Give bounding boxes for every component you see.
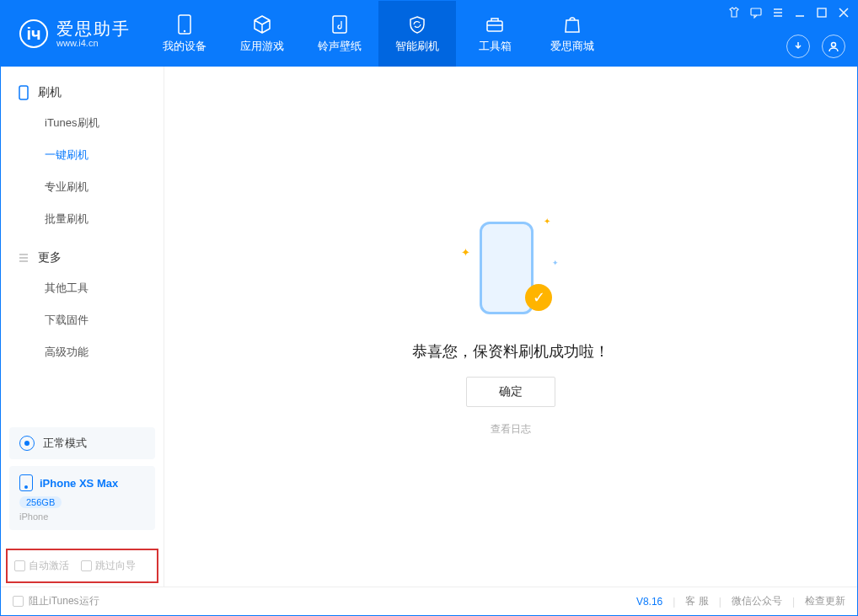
header: iч 爱思助手 www.i4.cn 我的设备 应用游戏 铃声壁纸 智能刷机 bbox=[1, 1, 857, 67]
user-icon[interactable] bbox=[822, 35, 845, 58]
list-icon bbox=[18, 252, 29, 264]
nav-label: 铃声壁纸 bbox=[318, 39, 362, 54]
phone-icon bbox=[174, 13, 196, 35]
checkbox-icon bbox=[81, 560, 92, 571]
svg-rect-3 bbox=[487, 21, 502, 31]
divider: | bbox=[673, 596, 675, 608]
footer: 阻止iTunes运行 V8.16 | 客 服 | 微信公众号 | 检查更新 bbox=[1, 587, 857, 615]
highlight-options: 自动激活 跳过向导 bbox=[6, 549, 158, 583]
download-icon[interactable] bbox=[786, 35, 810, 58]
app-name: 爱思助手 bbox=[56, 19, 131, 38]
device-name-row: iPhone XS Max bbox=[19, 474, 118, 491]
svg-rect-2 bbox=[333, 16, 346, 33]
logo-text: 爱思助手 www.i4.cn bbox=[56, 19, 131, 48]
nav-label: 工具箱 bbox=[479, 39, 512, 54]
block-itunes-checkbox[interactable]: 阻止iTunes运行 bbox=[13, 594, 99, 608]
menu-icon[interactable] bbox=[771, 6, 785, 19]
svg-point-1 bbox=[184, 30, 185, 32]
sidebar-item-batch-flash[interactable]: 批量刷机 bbox=[1, 203, 164, 235]
nav-toolbox[interactable]: 工具箱 bbox=[456, 1, 534, 67]
window-controls bbox=[727, 6, 850, 19]
ok-button[interactable]: 确定 bbox=[466, 377, 555, 407]
success-message: 恭喜您，保资料刷机成功啦！ bbox=[412, 341, 609, 362]
divider: | bbox=[719, 596, 721, 608]
maximize-icon[interactable] bbox=[815, 6, 829, 19]
phone-small-icon bbox=[19, 474, 33, 491]
check-badge-icon: ✓ bbox=[525, 284, 552, 311]
mode-icon bbox=[19, 436, 35, 451]
device-type: iPhone bbox=[19, 512, 48, 522]
svg-rect-5 bbox=[818, 8, 826, 17]
app-window: iч 爱思助手 www.i4.cn 我的设备 应用游戏 铃声壁纸 智能刷机 bbox=[0, 0, 858, 616]
group-label: 刷机 bbox=[38, 85, 62, 100]
sidebar: 刷机 iTunes刷机 一键刷机 专业刷机 批量刷机 更多 其他工具 下载固件 … bbox=[1, 67, 164, 587]
svg-rect-7 bbox=[19, 86, 28, 99]
nav-label: 我的设备 bbox=[163, 39, 206, 54]
sidebar-group-flash[interactable]: 刷机 bbox=[1, 78, 164, 107]
nav-flash[interactable]: 智能刷机 bbox=[378, 1, 456, 67]
sidebar-group-more[interactable]: 更多 bbox=[1, 244, 164, 272]
shopping-bag-icon bbox=[561, 13, 583, 35]
logo-area: iч 爱思助手 www.i4.cn bbox=[1, 1, 146, 67]
toolbox-icon bbox=[484, 13, 506, 35]
nav-store[interactable]: 爱思商城 bbox=[534, 1, 611, 67]
opt-label: 自动激活 bbox=[29, 559, 69, 573]
opt-label: 跳过向导 bbox=[95, 559, 136, 573]
sidebar-item-oneclick-flash[interactable]: 一键刷机 bbox=[1, 139, 164, 171]
app-url: www.i4.cn bbox=[56, 38, 131, 48]
sparkle-icon: ✦ bbox=[544, 217, 550, 226]
top-nav: 我的设备 应用游戏 铃声壁纸 智能刷机 工具箱 爱思商城 bbox=[146, 1, 611, 67]
sidebar-item-download-firmware[interactable]: 下载固件 bbox=[1, 304, 164, 336]
header-right bbox=[786, 35, 845, 58]
body: 刷机 iTunes刷机 一键刷机 专业刷机 批量刷机 更多 其他工具 下载固件 … bbox=[1, 67, 857, 587]
sparkle-icon: ✦ bbox=[461, 246, 470, 259]
nav-label: 应用游戏 bbox=[240, 39, 284, 54]
svg-rect-4 bbox=[751, 8, 761, 15]
sidebar-content: 刷机 iTunes刷机 一键刷机 专业刷机 批量刷机 更多 其他工具 下载固件 … bbox=[1, 67, 164, 419]
feedback-icon[interactable] bbox=[749, 6, 763, 19]
cube-icon bbox=[251, 13, 273, 35]
storage-badge: 256GB bbox=[19, 496, 62, 508]
checkbox-icon bbox=[14, 560, 25, 571]
group-label: 更多 bbox=[38, 250, 62, 265]
sidebar-item-pro-flash[interactable]: 专业刷机 bbox=[1, 171, 164, 203]
nav-ringtones[interactable]: 铃声壁纸 bbox=[301, 1, 378, 67]
sidebar-item-itunes-flash[interactable]: iTunes刷机 bbox=[1, 107, 164, 139]
sidebar-item-other-tools[interactable]: 其他工具 bbox=[1, 272, 164, 304]
refresh-shield-icon bbox=[406, 13, 428, 35]
checkbox-icon bbox=[13, 596, 24, 607]
device-card[interactable]: iPhone XS Max 256GB iPhone bbox=[9, 466, 155, 530]
version-label: V8.16 bbox=[636, 596, 662, 608]
sparkle-icon: ✦ bbox=[552, 259, 559, 267]
mode-card[interactable]: 正常模式 bbox=[9, 427, 155, 459]
block-itunes-label: 阻止iTunes运行 bbox=[29, 594, 99, 608]
close-icon[interactable] bbox=[837, 6, 850, 19]
opt-skip-guide[interactable]: 跳过向导 bbox=[81, 559, 136, 573]
svg-point-6 bbox=[832, 43, 836, 47]
support-link[interactable]: 客 服 bbox=[685, 594, 708, 608]
nav-apps[interactable]: 应用游戏 bbox=[223, 1, 301, 67]
success-illustration: ✦ ✦ ✦ ✓ bbox=[464, 217, 557, 326]
update-link[interactable]: 检查更新 bbox=[805, 594, 845, 608]
logo-icon: iч bbox=[19, 19, 48, 48]
wechat-link[interactable]: 微信公众号 bbox=[732, 594, 782, 608]
shirt-icon[interactable] bbox=[727, 6, 741, 19]
footer-right: V8.16 | 客 服 | 微信公众号 | 检查更新 bbox=[636, 594, 845, 608]
device-name: iPhone XS Max bbox=[40, 477, 118, 490]
divider: | bbox=[792, 596, 795, 608]
sidebar-item-advanced[interactable]: 高级功能 bbox=[1, 336, 164, 368]
view-log-link[interactable]: 查看日志 bbox=[491, 422, 531, 437]
nav-label: 智能刷机 bbox=[395, 39, 439, 54]
main-content: ✦ ✦ ✦ ✓ 恭喜您，保资料刷机成功啦！ 确定 查看日志 bbox=[164, 67, 857, 587]
minimize-icon[interactable] bbox=[793, 6, 807, 19]
mode-label: 正常模式 bbox=[43, 436, 87, 451]
nav-my-device[interactable]: 我的设备 bbox=[146, 1, 223, 67]
device-flash-icon bbox=[18, 87, 29, 99]
device-area: 正常模式 iPhone XS Max 256GB iPhone bbox=[1, 419, 164, 545]
opt-auto-activate[interactable]: 自动激活 bbox=[14, 559, 69, 573]
nav-label: 爱思商城 bbox=[550, 39, 594, 54]
music-file-icon bbox=[329, 13, 351, 35]
